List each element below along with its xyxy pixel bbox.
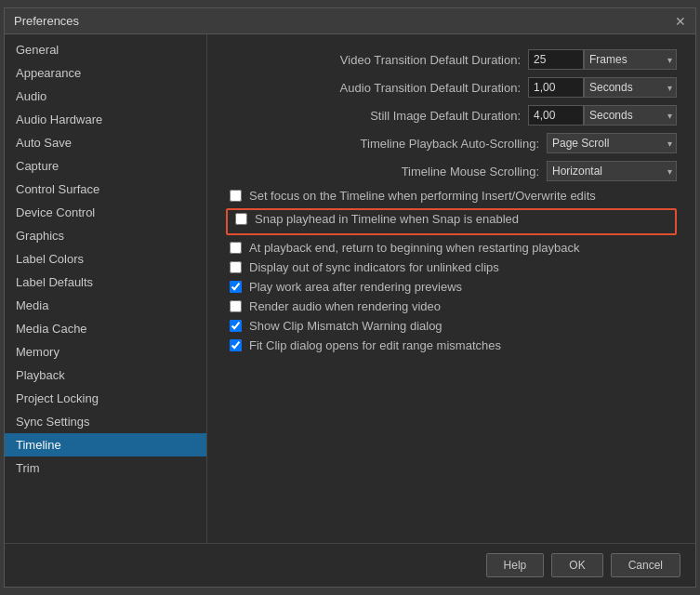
sidebar-item-auto-save[interactable]: Auto Save xyxy=(5,131,206,154)
close-button[interactable]: ✕ xyxy=(675,15,686,28)
title-bar: Preferences ✕ xyxy=(5,8,695,34)
checkbox-row-fit-clip: Fit Clip dialog opens for edit range mis… xyxy=(226,338,677,352)
checkbox-label-at-playback-end[interactable]: At playback end, return to beginning whe… xyxy=(249,241,580,255)
label-timeline-mouse: Timeline Mouse Scrolling: xyxy=(402,165,539,178)
input-audio-transition[interactable] xyxy=(528,77,584,98)
select-still-image[interactable]: SecondsFrames xyxy=(584,105,677,126)
dialog-title: Preferences xyxy=(14,14,79,28)
cancel-button[interactable]: Cancel xyxy=(611,553,680,577)
checkbox-label-render-audio[interactable]: Render audio when rendering video xyxy=(249,299,441,313)
checkbox-row-snap-playhead: Snap playhead in Timeline when Snap is e… xyxy=(231,212,671,226)
form-row-timeline-mouse: Timeline Mouse Scrolling:HorizontalVerti… xyxy=(226,161,677,181)
sidebar-item-playback[interactable]: Playback xyxy=(5,364,206,387)
dialog-body: GeneralAppearanceAudioAudio HardwareAuto… xyxy=(5,34,695,543)
sidebar-item-audio[interactable]: Audio xyxy=(5,85,206,108)
sidebar-item-capture[interactable]: Capture xyxy=(5,154,206,178)
sidebar-item-device-control[interactable]: Device Control xyxy=(5,201,206,224)
preferences-dialog: Preferences ✕ GeneralAppearanceAudioAudi… xyxy=(4,7,696,588)
sidebar-item-appearance[interactable]: Appearance xyxy=(5,61,206,85)
footer: Help OK Cancel xyxy=(5,543,695,587)
select-wrapper-timeline-playback: Page ScrollNo ScrollSmooth Scroll xyxy=(547,133,677,153)
sidebar-item-sync-settings[interactable]: Sync Settings xyxy=(5,410,206,433)
sidebar-item-media-cache[interactable]: Media Cache xyxy=(5,317,206,340)
sidebar-item-project-locking[interactable]: Project Locking xyxy=(5,387,206,410)
checkbox-label-snap-playhead[interactable]: Snap playhead in Timeline when Snap is e… xyxy=(255,212,519,226)
label-timeline-playback: Timeline Playback Auto-Scrolling: xyxy=(361,137,539,151)
label-video-transition: Video Transition Default Duration: xyxy=(340,53,521,67)
sidebar-item-general[interactable]: General xyxy=(5,38,206,61)
select-video-transition[interactable]: FramesSeconds xyxy=(584,49,677,70)
checkbox-at-playback-end[interactable] xyxy=(230,242,242,254)
select-timeline-playback[interactable]: Page ScrollNo ScrollSmooth Scroll xyxy=(547,133,677,153)
checkbox-display-out-of-sync[interactable] xyxy=(230,261,242,273)
checkbox-label-show-clip-mismatch[interactable]: Show Clip Mismatch Warning dialog xyxy=(249,319,442,333)
checkbox-row-at-playback-end: At playback end, return to beginning whe… xyxy=(226,241,677,255)
snap-highlight-wrapper: Snap playhead in Timeline when Snap is e… xyxy=(226,208,677,235)
checkbox-snap-playhead[interactable] xyxy=(235,213,247,225)
help-button[interactable]: Help xyxy=(486,553,545,577)
checkbox-label-fit-clip[interactable]: Fit Clip dialog opens for edit range mis… xyxy=(249,338,501,352)
checkbox-label-set-focus[interactable]: Set focus on the Timeline when performin… xyxy=(249,189,596,203)
sidebar-item-label-defaults[interactable]: Label Defaults xyxy=(5,271,206,294)
form-row-audio-transition: Audio Transition Default Duration:Second… xyxy=(226,77,677,98)
sidebar-item-memory[interactable]: Memory xyxy=(5,340,206,364)
form-row-still-image: Still Image Default Duration:SecondsFram… xyxy=(226,105,677,126)
sidebar-item-label-colors[interactable]: Label Colors xyxy=(5,247,206,271)
sidebar-item-timeline[interactable]: Timeline xyxy=(5,433,206,456)
sidebar-item-media[interactable]: Media xyxy=(5,294,206,317)
select-timeline-mouse[interactable]: HorizontalVertical xyxy=(547,161,677,181)
sidebar: GeneralAppearanceAudioAudio HardwareAuto… xyxy=(5,34,207,543)
checkbox-row-set-focus: Set focus on the Timeline when performin… xyxy=(226,189,677,203)
checkbox-render-audio[interactable] xyxy=(230,300,242,312)
sidebar-item-trim[interactable]: Trim xyxy=(5,456,206,480)
select-wrapper-still-image: SecondsFrames xyxy=(584,105,677,126)
checkbox-fit-clip[interactable] xyxy=(230,339,242,351)
select-wrapper-timeline-mouse: HorizontalVertical xyxy=(547,161,677,181)
input-still-image[interactable] xyxy=(528,105,584,126)
checkbox-row-show-clip-mismatch: Show Clip Mismatch Warning dialog xyxy=(226,319,677,333)
form-row-video-transition: Video Transition Default Duration:Frames… xyxy=(226,49,677,70)
sidebar-item-audio-hardware[interactable]: Audio Hardware xyxy=(5,108,206,131)
select-audio-transition[interactable]: SecondsFrames xyxy=(584,77,677,98)
checkbox-set-focus[interactable] xyxy=(230,190,242,202)
ok-button[interactable]: OK xyxy=(551,553,602,577)
checkbox-label-display-out-of-sync[interactable]: Display out of sync indicators for unlin… xyxy=(249,260,499,274)
input-video-transition[interactable] xyxy=(528,49,584,70)
sidebar-item-control-surface[interactable]: Control Surface xyxy=(5,178,206,201)
select-wrapper-video-transition: FramesSeconds xyxy=(584,49,677,70)
checkbox-row-render-audio: Render audio when rendering video xyxy=(226,299,677,313)
label-audio-transition: Audio Transition Default Duration: xyxy=(340,81,521,95)
select-wrapper-audio-transition: SecondsFrames xyxy=(584,77,677,98)
checkbox-row-display-out-of-sync: Display out of sync indicators for unlin… xyxy=(226,260,677,274)
sidebar-item-graphics[interactable]: Graphics xyxy=(5,224,206,247)
content-panel: Video Transition Default Duration:Frames… xyxy=(207,34,695,543)
form-row-timeline-playback: Timeline Playback Auto-Scrolling:Page Sc… xyxy=(226,133,677,153)
checkbox-play-work-area[interactable] xyxy=(230,281,242,293)
checkbox-label-play-work-area[interactable]: Play work area after rendering previews xyxy=(249,280,462,294)
checkbox-row-play-work-area: Play work area after rendering previews xyxy=(226,280,677,294)
checkbox-show-clip-mismatch[interactable] xyxy=(230,320,242,332)
label-still-image: Still Image Default Duration: xyxy=(370,109,521,123)
